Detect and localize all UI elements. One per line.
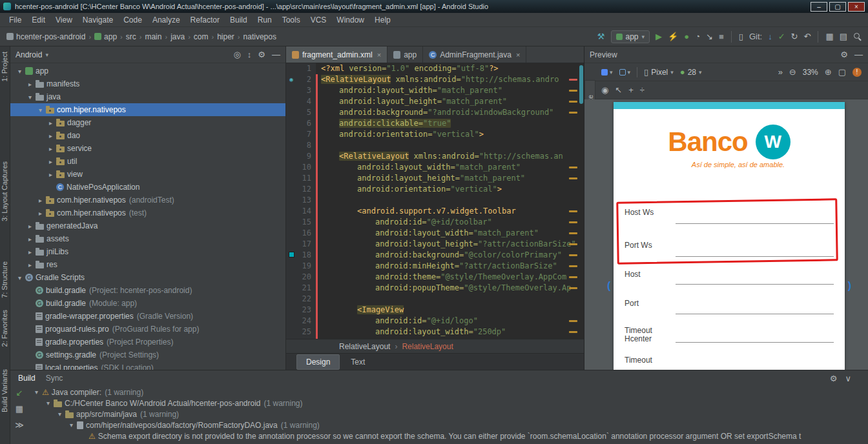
git-update-icon[interactable]: ↓ — [768, 32, 772, 41]
close-button[interactable]: × — [848, 2, 865, 12]
tree-collapse-arrow[interactable]: ▾ — [36, 106, 45, 114]
tool-stripe--project[interactable]: 1: Project — [1, 52, 8, 81]
build-tree-row[interactable]: ▾C:/HCenter Banco W/Android Actual/hcent… — [28, 398, 868, 409]
editor-tab-fragment_admin.xml[interactable]: fragment_admin.xml× — [286, 46, 388, 63]
tree-row[interactable]: proguard-rules.pro(ProGuard Rules for ap… — [10, 323, 285, 336]
build-more-icon[interactable]: ≫ — [15, 421, 24, 429]
apply-changes-icon[interactable]: ⚡ — [668, 32, 678, 41]
zoom-fit-button[interactable]: ▢ — [838, 68, 846, 76]
preview-gutter-icon[interactable]: ◉ — [286, 74, 296, 85]
zoom-out-button[interactable]: ⊖ — [789, 68, 796, 76]
field-input-line[interactable] — [676, 284, 834, 285]
menu-run[interactable]: Run — [253, 14, 277, 26]
tree-collapse-arrow[interactable]: ▾ — [16, 68, 24, 75]
build-tree-row[interactable]: ⚠Schema export directory is not provided… — [28, 430, 868, 441]
tree-expand-arrow[interactable]: ▸ — [26, 223, 34, 230]
build-gear-icon[interactable]: ⚙ — [830, 374, 838, 383]
build-collapse-arrow[interactable]: ▾ — [56, 410, 64, 418]
build-filter-icon[interactable]: ▦ — [16, 405, 23, 413]
tool-stripe--structure[interactable]: 7: Structure — [1, 261, 8, 298]
breadcrumb-item-main[interactable]: main — [145, 32, 161, 41]
tree-expand-arrow[interactable]: ▸ — [26, 81, 34, 88]
tree-row[interactable]: ▸generatedJava — [10, 219, 285, 232]
tab-sync[interactable]: Sync — [46, 374, 63, 383]
distribute-icon[interactable]: ÷ — [640, 86, 645, 94]
build-hammer-icon[interactable]: ⚒ — [597, 32, 605, 41]
tree-expand-arrow[interactable]: ▸ — [46, 171, 55, 178]
breadcrumb-item-com[interactable]: com — [194, 32, 209, 41]
tree-row[interactable]: ▾com.hiper.nativepos — [10, 103, 285, 116]
search-everywhere-icon[interactable] — [853, 32, 862, 41]
tree-expand-arrow[interactable]: ▸ — [46, 145, 55, 152]
tree-row[interactable]: ▾GGradle Scripts — [10, 271, 285, 284]
align-icon[interactable]: + — [628, 86, 634, 94]
tree-row[interactable]: gradle-wrapper.properties(Gradle Version… — [10, 310, 285, 323]
menu-code[interactable]: Code — [118, 14, 147, 26]
locate-file-icon[interactable]: ◎ — [234, 50, 241, 59]
build-collapse-arrow[interactable]: ▾ — [67, 421, 76, 429]
tree-expand-arrow[interactable]: ▸ — [26, 236, 34, 243]
debug-bug-icon[interactable]: ● — [684, 32, 689, 41]
view-options-eye-icon[interactable]: ◉ — [601, 86, 608, 94]
git-rollback-icon[interactable]: ↶ — [804, 32, 811, 41]
tree-expand-arrow[interactable]: ▸ — [46, 132, 55, 139]
tool-stripe--layout-captures[interactable]: 3: Layout Captures — [1, 161, 8, 221]
attach-debugger-icon[interactable]: ↘ — [706, 32, 713, 41]
menu-tools[interactable]: Tools — [277, 14, 305, 26]
tool-stripe--favorites[interactable]: 2: Favorites — [1, 310, 8, 347]
sdk-manager-icon[interactable]: ▦ — [825, 32, 833, 41]
selection-handle-right[interactable]: ) — [848, 280, 851, 292]
tree-row[interactable]: ▸manifests — [10, 77, 285, 90]
hide-preview-icon[interactable]: — — [854, 50, 863, 59]
git-history-icon[interactable]: ↻ — [791, 32, 798, 41]
tree-row[interactable]: local.properties(SDK Location) — [10, 361, 285, 370]
git-commit-icon[interactable]: ✓ — [778, 32, 785, 41]
tree-expand-arrow[interactable]: ▸ — [46, 119, 55, 126]
menu-build[interactable]: Build — [225, 14, 253, 26]
issues-badge[interactable]: ! — [852, 68, 862, 77]
tab-design[interactable]: Design — [296, 354, 340, 370]
design-surface-selector[interactable]: ▾ — [601, 69, 613, 76]
tab-text[interactable]: Text — [341, 354, 375, 370]
tree-row[interactable]: ▸util — [10, 155, 285, 168]
breadcrumb-item-java[interactable]: java — [170, 32, 185, 41]
breadcrumb-item-hiper[interactable]: hiper — [217, 32, 234, 41]
field-input-line[interactable] — [676, 342, 834, 343]
tree-expand-arrow[interactable]: ▸ — [26, 261, 34, 268]
tree-expand-arrow[interactable]: ▸ — [26, 248, 34, 256]
tree-row[interactable]: CNativePosApplication — [10, 181, 285, 194]
close-tab-icon[interactable]: × — [516, 51, 520, 59]
breadcrumb-item-nativepos[interactable]: nativepos — [243, 32, 276, 41]
run-config-selector[interactable]: app ▾ — [611, 30, 650, 43]
stop-button[interactable]: ■ — [719, 32, 724, 41]
preview-canvas[interactable]: Banco W Así de simple, así de amable. ( … — [584, 99, 868, 370]
menu-refactor[interactable]: Refactor — [185, 14, 225, 26]
breadcrumb-item-src[interactable]: src — [126, 32, 136, 41]
build-tree-row[interactable]: ▾app/src/main/java(1 warning) — [28, 409, 868, 419]
maximize-button[interactable]: ▢ — [829, 2, 846, 12]
zoom-in-button[interactable]: ⊕ — [825, 68, 832, 76]
tree-row[interactable]: Gbuild.gradle(Module: app) — [10, 297, 285, 310]
selection-handle-left[interactable]: ( — [607, 280, 610, 292]
tree-collapse-arrow[interactable]: ▾ — [16, 274, 24, 281]
device-manager-icon[interactable]: ▯ — [739, 32, 743, 41]
blueprint-surface-selector[interactable]: ▾ — [619, 69, 631, 76]
build-collapse-arrow[interactable]: ▾ — [32, 388, 41, 396]
menu-navigate[interactable]: Navigate — [78, 14, 118, 26]
tree-row[interactable]: ▸view — [10, 168, 285, 181]
tree-row[interactable]: ▸res — [10, 258, 285, 271]
code-editor[interactable]: 1<?xml version="1.0" encoding="utf-8"?>◉… — [286, 63, 584, 339]
tree-row[interactable]: ▸dagger — [10, 116, 285, 129]
breadcrumb-inner-layout[interactable]: RelativeLayout — [402, 342, 453, 351]
menu-vcs[interactable]: VCS — [305, 14, 332, 26]
tree-row[interactable]: gradle.properties(Project Properties) — [10, 336, 285, 348]
breadcrumb-item-hcenter-pos-android[interactable]: hcenter-pos-android — [6, 32, 85, 41]
profiler-icon[interactable]: ◔ — [695, 32, 700, 41]
menu-edit[interactable]: Edit — [26, 14, 50, 26]
tree-row[interactable]: ▸assets — [10, 232, 285, 245]
device-selector[interactable]: ▯ Pixel ▾ — [644, 68, 674, 77]
collapse-all-icon[interactable]: ↕ — [247, 50, 252, 59]
tree-row[interactable]: ▾app — [10, 65, 285, 77]
phone-preview[interactable]: Banco W Así de simple, así de amable. ( … — [614, 102, 845, 370]
menu-help[interactable]: Help — [369, 14, 396, 26]
